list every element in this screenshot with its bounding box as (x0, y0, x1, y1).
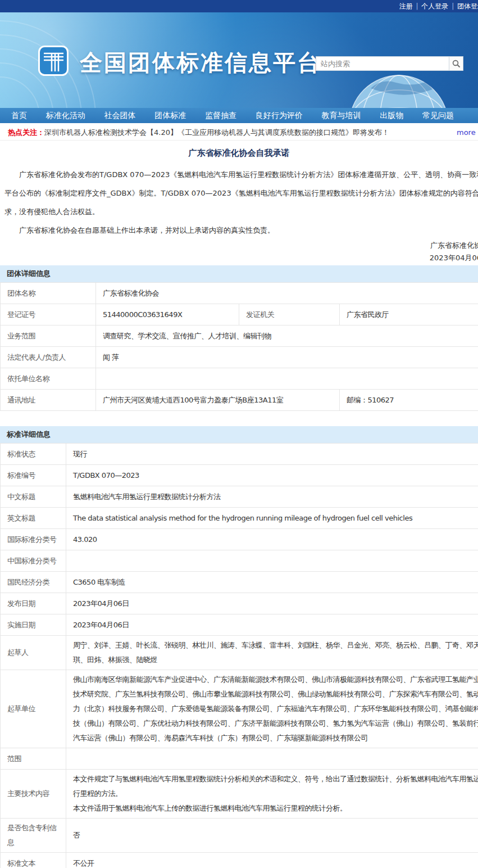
field-value (66, 748, 478, 770)
field-value: 佛山市南海区华南新能源汽车产业促进中心、广东清能新能源技术有限公司、佛山市清极能… (66, 670, 478, 748)
field-label: 标准文本 (1, 853, 66, 868)
field-value: T/GDBX 070—2023 (66, 465, 478, 486)
field-label: 登记证号 (1, 304, 96, 326)
more-link[interactable]: more (457, 125, 476, 140)
topbar-link-2[interactable]: 团体登录 (457, 2, 478, 10)
nav-item-1[interactable]: 标准化活动 (46, 111, 85, 121)
site-logo[interactable] (38, 45, 69, 76)
announcement-line: 求，没有侵犯他人合法权益。 (0, 202, 478, 221)
org-info-section-header: 团体详细信息 (0, 265, 478, 282)
field-value: 闻 萍 (96, 347, 478, 368)
field-label: 法定代表人/负责人 (1, 347, 96, 368)
field-value: 广东省标准化协会 (96, 283, 478, 304)
field-label: 起草人 (1, 636, 66, 670)
table-row: 中文标题氢燃料电池汽车用氢运行里程数据统计分析方法 (1, 486, 478, 508)
field-value (66, 550, 478, 572)
field-value: 2023年04月06日 (66, 593, 478, 614)
standard-info-table: 标准状态现行标准编号T/GDBX 070—2023中文标题氢燃料电池汽车用氢运行… (0, 443, 478, 868)
field-value: C3650 电车制造 (66, 572, 478, 593)
table-row: 范围 (1, 748, 478, 770)
nav-item-3[interactable]: 团体标准 (154, 111, 186, 121)
table-row: 标准编号T/GDBX 070—2023 (1, 465, 478, 486)
topbar-link-0[interactable]: 注册 (399, 2, 413, 10)
table-row: 登记证号51440000C03631649X发证机关广东省民政厅 (1, 304, 478, 326)
field-label: 通讯地址 (1, 390, 96, 411)
table-row: 发布日期2023年04月06日 (1, 593, 478, 614)
topbar: 注册 | 个人登录 | 团体登录 (0, 0, 478, 12)
field-value: 调查研究、学术交流、宣传推广、人才培训、编辑刊物 (96, 326, 478, 347)
field-value: 邮编：510627 (340, 390, 478, 411)
table-row: 标准文本不公开 (1, 853, 478, 868)
table-row: 实施日期2023年04月06日 (1, 614, 478, 636)
field-label: 发布日期 (1, 593, 66, 614)
table-row: 起草单位佛山市南海区华南新能源汽车产业促进中心、广东清能新能源技术有限公司、佛山… (1, 670, 478, 748)
field-label: 是否包含专利信息 (1, 819, 66, 853)
announcement-date: 2023年04月06日 (0, 252, 478, 264)
search-icon (452, 60, 461, 68)
field-value: 不公开 (66, 853, 478, 868)
field-label: 中文标题 (1, 486, 66, 508)
org-info-table: 团体名称广东省标准化协会登记证号51440000C03631649X发证机关广东… (0, 282, 478, 411)
hot-news-bar: 热点关注：深圳市机器人标准检测技术学会【4.20】《工业应用移动机器人与其调度系… (0, 125, 478, 141)
self-commitment-section: 广东省标准化协会自我承诺 广东省标准化协会发布的T/GDBX 070—2023《… (0, 141, 478, 264)
field-value-line: 本文件适用于氢燃料电池汽车上传的数据进行氢燃料电池汽车用氢运行里程的统计分析。 (73, 801, 478, 816)
field-label: 团体名称 (1, 283, 96, 304)
topbar-separator: | (449, 2, 456, 10)
field-value: The data statistical analysis method for… (66, 508, 478, 529)
nav-item-6[interactable]: 教育与培训 (322, 111, 361, 121)
field-label: 发证机关 (239, 304, 340, 326)
table-row: 团体名称广东省标准化协会 (1, 283, 478, 304)
hot-news-link[interactable]: 深圳市机器人标准检测技术学会【4.20】《工业应用移动机器人与其调度系统数据的接… (44, 128, 389, 137)
table-row: 法定代表人/负责人闻 萍 (1, 347, 478, 368)
field-value: 周宁、刘洋、王婧、叶长流、张锐明、林壮川、施涛、车泳蝶、雷丰科、刘国柱、杨华、吕… (66, 636, 478, 670)
field-label: 范围 (1, 748, 66, 770)
topbar-links: 注册 | 个人登录 | 团体登录 (0, 0, 478, 12)
field-label: 标准编号 (1, 465, 66, 486)
field-value: 现行 (66, 444, 478, 465)
table-row: 是否包含专利信息否 (1, 819, 478, 853)
table-row: 中国标准分类号 (1, 550, 478, 572)
field-value (96, 368, 478, 390)
table-row: 英文标题The data statistical analysis method… (1, 508, 478, 529)
nav-item-0[interactable]: 首页 (11, 111, 27, 121)
field-value: 本文件规定了与氢燃料电池汽车用氢里程数据统计分析相关的术语和定义、符号，给出了通… (66, 770, 478, 819)
field-value: 43.020 (66, 529, 478, 550)
announcement-paragraph-1: 广东省标准化协会发布的T/GDBX 070—2023《氢燃料电池汽车用氢运行里程… (0, 165, 478, 221)
table-row: 主要技术内容本文件规定了与氢燃料电池汽车用氢里程数据统计分析相关的术语和定义、符… (1, 770, 478, 819)
search-button[interactable] (449, 57, 463, 70)
field-value: 否 (66, 819, 478, 853)
page-viewport: 注册 | 个人登录 | 团体登录 (0, 0, 478, 868)
announcement-line: 平台公布的《标准制定程序文件_GDBX》制定。T/GDBX 070—2023《氢… (0, 184, 478, 202)
site-title: 全国团体标准信息平台 (80, 47, 321, 78)
nav-item-2[interactable]: 社会团体 (104, 111, 136, 121)
field-value: 广东省民政厅 (340, 304, 478, 326)
nav-item-5[interactable]: 良好行为评价 (256, 111, 303, 121)
field-value-line: 本文件规定了与氢燃料电池汽车用氢里程数据统计分析相关的术语和定义、符号，给出了通… (73, 772, 478, 801)
nav-item-7[interactable]: 出版物 (380, 111, 403, 121)
field-label: 起草单位 (1, 670, 66, 748)
topbar-link-1[interactable]: 个人登录 (421, 2, 448, 10)
nav-item-8[interactable]: 常见问题 (422, 111, 454, 121)
announcement-paragraph-2: 广东省标准化协会在自愿基础上作出本承诺，并对以上承诺内容的真实性负责。 (0, 221, 478, 239)
topbar-separator: | (414, 2, 421, 10)
search-input[interactable] (316, 57, 449, 70)
field-label: 中国标准分类号 (1, 550, 66, 572)
standard-info-section-header: 标准详细信息 (0, 426, 478, 443)
field-value: 氢燃料电池汽车用氢运行里程数据统计分析方法 (66, 486, 478, 508)
table-row: 依托单位名称 (1, 368, 478, 390)
nav-item-4[interactable]: 监督抽查 (205, 111, 236, 121)
field-label: 国民经济分类 (1, 572, 66, 593)
announcement-title: 广东省标准化协会自我承诺 (0, 147, 478, 159)
field-label: 依托单位名称 (1, 368, 96, 390)
field-label: 实施日期 (1, 614, 66, 636)
table-row: 国民经济分类C3650 电车制造 (1, 572, 478, 593)
announcement-signature: 广东省标准化协会 (0, 239, 478, 252)
site-header: 全国团体标准信息平台 (0, 12, 478, 108)
field-label: 标准状态 (1, 444, 66, 465)
table-row: 标准状态现行 (1, 444, 478, 465)
field-value: 51440000C03631649X (96, 304, 239, 326)
field-value: 广州市天河区黄埔大道西100号富力盈泰广场B座13A11室 (96, 390, 340, 411)
table-row: 国际标准分类号43.020 (1, 529, 478, 550)
hot-news-label: 热点关注： (8, 128, 44, 137)
globe-graphic (348, 66, 449, 108)
